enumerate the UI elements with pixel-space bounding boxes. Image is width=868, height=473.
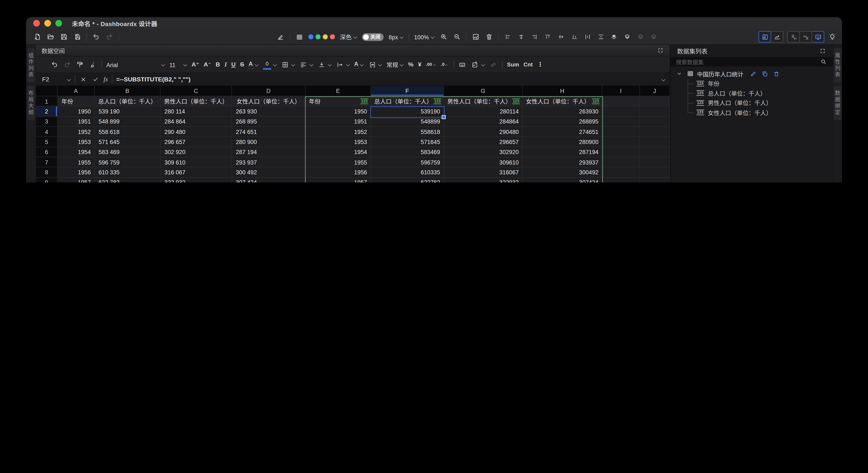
text-style-select[interactable]: A [354,60,364,69]
font-family-select[interactable]: Arial [106,61,165,68]
cell[interactable]: 322932 [444,178,523,182]
row-number[interactable]: 1 [36,96,58,107]
row-number[interactable]: 6 [36,147,58,157]
cell[interactable] [602,157,640,167]
cell[interactable]: 300 492 [232,167,306,177]
cell[interactable]: 1950 [306,107,371,116]
undo-icon[interactable] [92,33,100,41]
cell[interactable]: 年份 [58,96,95,107]
table-icon[interactable] [295,33,304,41]
cell[interactable] [602,96,640,107]
send-backward-icon[interactable] [650,33,658,41]
cell[interactable]: 1957 [306,178,371,182]
number-format-select[interactable]: 常规 [386,60,404,69]
bold-icon[interactable]: B [216,62,220,68]
cell[interactable]: 610 335 [95,167,160,177]
cell[interactable]: 1953 [306,137,371,147]
zoom-in-icon[interactable] [439,33,448,41]
cell[interactable]: 1956 [306,167,371,177]
column-header[interactable]: F [371,86,444,96]
cell[interactable]: 596759 [371,157,444,167]
cell[interactable]: 总人口（单位：千人）123 [371,96,444,107]
cell[interactable]: 1952 [306,127,371,137]
cell[interactable]: 1951 [306,117,371,127]
column-header[interactable]: J [640,86,670,96]
formula-input[interactable]: =--SUBSTITUTE(B2," ","") [116,76,190,83]
cell[interactable]: 309 610 [161,157,232,167]
cell[interactable] [602,127,640,137]
horizontal-align-select[interactable] [299,60,313,69]
cell[interactable]: 1951 [58,117,95,127]
cell[interactable]: 316067 [444,167,523,177]
cell[interactable]: 280 900 [232,137,306,147]
cell[interactable]: 307424 [523,178,602,182]
decrease-font-icon[interactable]: A⁻ [204,62,211,68]
sum-button[interactable]: Sum [507,62,519,67]
cell[interactable]: 322 932 [161,178,232,182]
spreadsheet-grid[interactable]: ABCDEFGHIJ1年份总人口（单位：千人）男性人口（单位：千人）女性人口（单… [36,86,670,182]
cell[interactable]: 280900 [523,137,602,147]
cell[interactable] [602,167,640,177]
cell[interactable]: 263 930 [232,107,306,116]
close-window-button[interactable] [33,20,40,27]
cell[interactable]: 290 480 [161,127,232,137]
align-left-icon[interactable] [504,33,512,41]
more-options-icon[interactable]: ⋮ [537,62,544,68]
cell[interactable]: 男性人口（单位：千人） [161,96,232,107]
theme-color-palette[interactable] [308,34,335,39]
increase-font-icon[interactable]: A⁺ [192,62,199,68]
currency-format-icon[interactable]: ¥ [418,62,422,68]
cell[interactable]: 年份123 [306,96,371,107]
cell[interactable]: 1952 [58,127,95,137]
send-to-back-icon[interactable] [623,33,631,41]
cell[interactable]: 1950 [58,107,95,116]
title-bar[interactable]: 未命名 * - Dashboardx 设计器 [26,17,842,29]
cell[interactable]: 558 618 [95,127,160,137]
cell[interactable]: 263930 [523,107,602,116]
expand-panel-icon[interactable] [656,46,664,55]
column-header[interactable]: E [306,86,371,96]
column-header[interactable]: I [602,86,640,96]
cell[interactable]: 293937 [523,157,602,167]
gap-select[interactable]: 8px [389,33,404,40]
chart-view-button[interactable] [771,31,783,42]
dashboard-view-button[interactable] [758,31,771,42]
cell[interactable]: 1955 [306,157,371,167]
new-file-icon[interactable] [33,33,42,41]
cell[interactable]: 1954 [58,147,95,157]
cell[interactable]: 男性人口（单位：千人）123 [444,96,523,107]
cell[interactable] [640,178,670,182]
minimize-window-button[interactable] [44,20,51,27]
row-number[interactable]: 5 [36,137,58,147]
cell[interactable]: 1954 [306,147,371,157]
cell[interactable] [602,137,640,147]
column-header[interactable]: H [523,86,602,96]
undo-icon[interactable] [51,60,59,69]
confirm-edit-icon[interactable] [91,75,100,83]
cell-reference-box[interactable]: F2 [42,76,71,83]
cell[interactable]: 571 645 [95,137,160,147]
save-icon[interactable] [60,33,68,41]
cell[interactable]: 302 920 [161,147,232,157]
row-number[interactable]: 7 [36,157,58,167]
copy-dataset-icon[interactable] [761,69,769,78]
cell[interactable]: 287 194 [232,147,306,157]
cell[interactable]: 307 424 [232,178,306,182]
data-validation-icon[interactable] [458,60,467,69]
zoom-out-icon[interactable] [453,33,461,41]
dataset-field-item[interactable]: 123女性人口（单位：千人） [687,108,833,117]
cell[interactable]: 296 657 [161,137,232,147]
dataset-search-input[interactable]: 搜索数据集 [671,57,833,66]
open-file-icon[interactable] [46,33,55,41]
left-panel-tab[interactable]: 组件列表 [27,48,35,83]
cell[interactable]: 274 651 [232,127,306,137]
cell[interactable]: 293 937 [232,157,306,167]
count-button[interactable]: Cnt [524,62,533,67]
delete-icon[interactable] [485,33,493,41]
insert-link-icon[interactable] [489,60,498,69]
row-number[interactable]: 9 [36,178,58,182]
dataset-tree-node[interactable]: 中国历年人口统计 [671,68,833,79]
lightbulb-icon[interactable] [828,33,837,41]
cell[interactable]: 296657 [444,137,523,147]
save-as-icon[interactable] [73,33,82,41]
